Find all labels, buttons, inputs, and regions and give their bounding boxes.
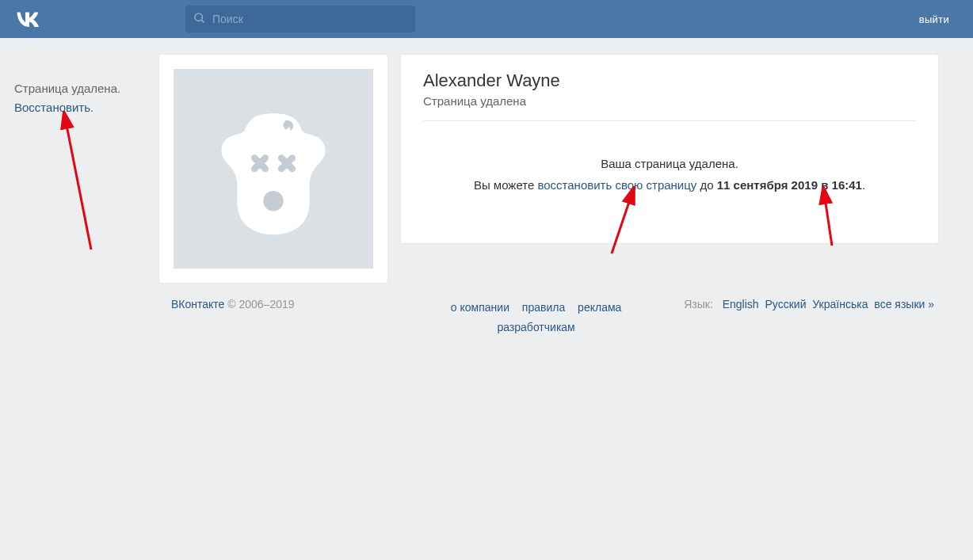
left-sidebar: Страница удалена. Восстановить. — [0, 54, 158, 284]
search-input[interactable] — [212, 13, 407, 25]
footer-link-rules[interactable]: правила — [522, 301, 565, 314]
lang-russian[interactable]: Русский — [765, 298, 807, 310]
restore-deadline: 11 сентября 2019 в 16:41 — [717, 178, 862, 192]
svg-point-0 — [195, 13, 202, 21]
svg-point-6 — [263, 191, 284, 211]
footer-copyright: © 2006–2019 — [224, 298, 294, 310]
restore-middle: до — [696, 178, 716, 192]
header-bar: выйти — [0, 0, 973, 38]
lang-english[interactable]: English — [723, 298, 759, 310]
deleted-heading: Ваша страница удалена. — [423, 153, 916, 174]
search-icon — [193, 12, 206, 27]
avatar-deleted-image — [174, 69, 373, 269]
profile-status: Страница удалена — [423, 94, 916, 121]
profile-panel: Alexander Wayne Страница удалена Ваша ст… — [400, 54, 939, 244]
search-box[interactable] — [185, 6, 415, 32]
restore-prefix: Вы можете — [474, 178, 538, 192]
footer-link-devs[interactable]: разработчикам — [497, 321, 574, 333]
lang-all[interactable]: все языки » — [874, 298, 934, 310]
vk-logo[interactable] — [16, 11, 43, 27]
restore-suffix: . — [862, 178, 865, 192]
footer-brand-link[interactable]: ВКонтакте — [171, 298, 224, 310]
restore-page-link[interactable]: восстановить свою страницу — [537, 178, 696, 192]
footer-brand-block: ВКонтакте © 2006–2019 — [158, 298, 388, 337]
deleted-message-block: Ваша страница удалена. Вы можете восстан… — [423, 121, 916, 196]
logout-link[interactable]: выйти — [911, 9, 957, 30]
footer-link-about[interactable]: о компании — [451, 301, 509, 314]
restore-sentence: Вы можете восстановить свою страницу до … — [423, 174, 916, 196]
profile-name: Alexander Wayne — [423, 70, 916, 91]
footer-link-ads[interactable]: реклама — [578, 301, 621, 314]
footer-links: о компании правила реклама разработчикам — [388, 298, 684, 337]
footer-lang-block: Язык: English Русский Українська все язы… — [684, 298, 939, 337]
svg-line-1 — [201, 20, 204, 22]
sidebar-restore-link[interactable]: Восстановить. — [14, 101, 93, 114]
sidebar-deleted-text: Страница удалена. — [14, 79, 158, 98]
lang-ukrainian[interactable]: Українська — [812, 298, 868, 310]
footer: ВКонтакте © 2006–2019 о компании правила… — [158, 284, 939, 369]
avatar-panel — [158, 54, 388, 284]
footer-lang-label: Язык: — [684, 298, 713, 310]
